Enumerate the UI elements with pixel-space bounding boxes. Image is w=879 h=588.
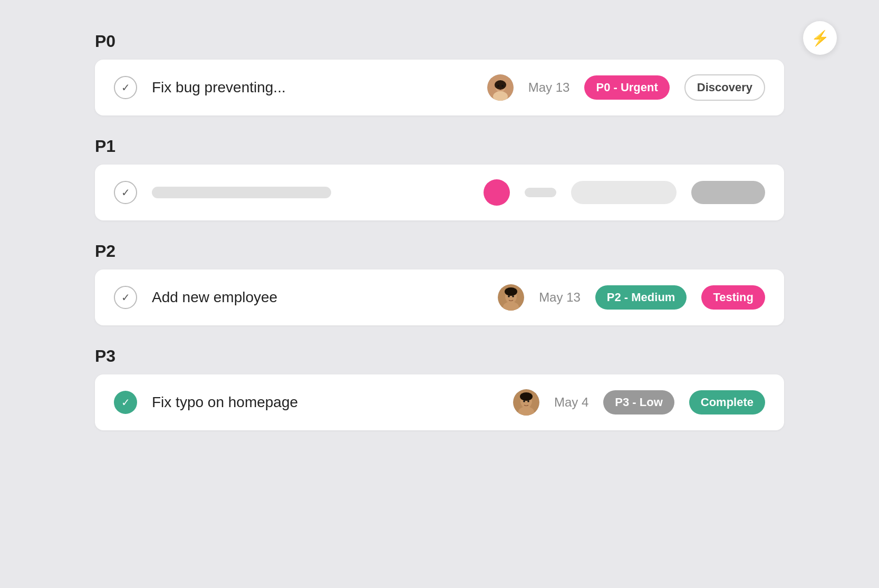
skeleton-date — [525, 188, 556, 197]
section-label-p2: P2 — [95, 242, 784, 261]
task-date: May 13 — [528, 80, 570, 95]
task-card: ✓ Add new employee May 13 P2 - Medium Te… — [95, 269, 784, 325]
section-p3: P3 ✓ Fix typo on homepage May 4 P3 - Low… — [95, 346, 784, 430]
section-p0: P0 ✓ Fix bug preventing... May 13 P0 - U… — [95, 32, 784, 115]
task-date: May 13 — [539, 290, 581, 305]
task-card: ✓ Fix typo on homepage May 4 P3 - Low Co… — [95, 374, 784, 430]
priority-badge[interactable]: P2 - Medium — [595, 285, 687, 310]
task-title: Fix typo on homepage — [152, 394, 498, 411]
checkmark-icon: ✓ — [121, 82, 130, 93]
quick-actions-button[interactable]: ⚡ — [803, 21, 837, 55]
svg-point-14 — [520, 392, 533, 401]
task-title: Fix bug preventing... — [152, 79, 472, 96]
task-card-skeleton: ✓ — [95, 165, 784, 220]
section-p1: P1 ✓ — [95, 137, 784, 220]
check-circle[interactable]: ✓ — [114, 286, 137, 309]
priority-badge[interactable]: P3 - Low — [603, 390, 674, 415]
section-p2: P2 ✓ Add new employee May 13 P2 - Medium… — [95, 242, 784, 325]
checkmark-icon: ✓ — [121, 292, 130, 303]
svg-point-10 — [512, 295, 514, 297]
skeleton-status — [691, 181, 765, 204]
status-badge[interactable]: Discovery — [684, 74, 765, 101]
svg-point-15 — [523, 400, 525, 402]
task-card: ✓ Fix bug preventing... May 13 P0 - Urge… — [95, 60, 784, 115]
status-badge[interactable]: Testing — [701, 285, 765, 310]
section-label-p0: P0 — [95, 32, 784, 51]
svg-point-2 — [495, 80, 506, 90]
svg-point-9 — [508, 295, 510, 297]
svg-point-16 — [527, 400, 529, 402]
section-label-p1: P1 — [95, 137, 784, 156]
avatar-placeholder — [484, 179, 510, 206]
check-circle[interactable]: ✓ — [114, 76, 137, 99]
section-label-p3: P3 — [95, 346, 784, 366]
svg-point-4 — [501, 85, 504, 87]
checkmark-icon: ✓ — [121, 397, 130, 408]
avatar — [513, 389, 539, 416]
checkmark-icon: ✓ — [121, 187, 130, 198]
avatar — [487, 74, 514, 101]
status-badge[interactable]: Complete — [689, 390, 765, 415]
task-date: May 4 — [554, 395, 588, 410]
check-circle-filled[interactable]: ✓ — [114, 391, 137, 414]
skeleton-priority — [571, 181, 677, 204]
svg-point-3 — [497, 85, 499, 87]
lightning-icon: ⚡ — [811, 30, 829, 47]
check-circle[interactable]: ✓ — [114, 181, 137, 204]
svg-point-8 — [505, 287, 517, 296]
skeleton-title — [152, 187, 331, 198]
task-title: Add new employee — [152, 289, 483, 306]
priority-badge[interactable]: P0 - Urgent — [584, 75, 669, 100]
avatar — [498, 284, 524, 311]
